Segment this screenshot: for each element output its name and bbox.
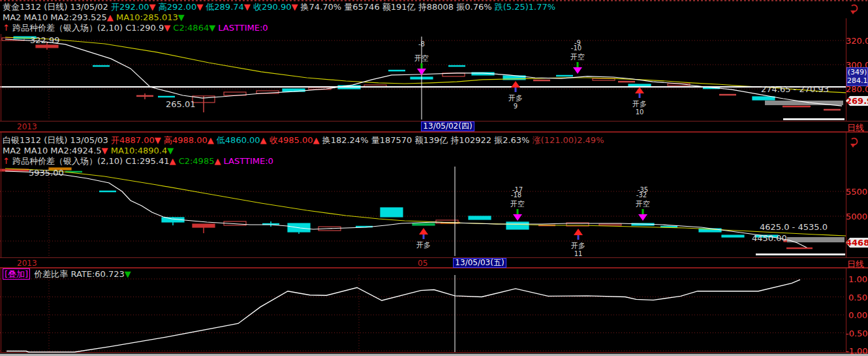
ratio-chart-canvas[interactable] xyxy=(0,268,846,353)
header-segment: 量187570 xyxy=(371,135,415,145)
buy-marker xyxy=(419,228,428,235)
silver-header-row-ma: MA2 MA10 MA2:4924.5▼ MA10:4890.4▼ xyxy=(3,146,174,156)
buy-marker xyxy=(635,87,644,93)
gold-crosshair-value-box: (349) 284.1 xyxy=(846,67,868,86)
ratio-ytick-m05: -0.50 xyxy=(846,329,867,338)
sell-marker xyxy=(513,214,522,221)
gold-date-axis[interactable]: 2013 13/05/02(四) 日线 xyxy=(0,121,868,133)
open-short-label: 开空 xyxy=(636,200,650,208)
header-segment: MA10:285.013 xyxy=(116,12,178,22)
sell-marker xyxy=(638,214,647,221)
silver-period-label[interactable]: 日线 xyxy=(847,259,864,270)
buy-marker-stem xyxy=(515,88,517,92)
signal-number: 9 xyxy=(514,103,518,110)
candle-body xyxy=(412,223,435,225)
buy-marker-stem xyxy=(639,93,641,98)
candle-body xyxy=(506,222,529,229)
left-axis-border xyxy=(1,34,1,352)
buy-marker xyxy=(511,81,520,88)
header-segment: ▼ xyxy=(155,135,164,145)
price-annotation: 4625.0 - 4535.0 xyxy=(760,222,828,232)
open-short-label: 开空 xyxy=(510,200,525,208)
signal-number: -10 xyxy=(571,44,581,52)
header-segment: 换74.70% xyxy=(301,2,345,12)
gold-crosshair-price: 284.1 xyxy=(847,76,867,85)
silver-last-price-tag: 4468 xyxy=(846,238,868,248)
header-segment: MA2:293.525 xyxy=(50,12,107,22)
ma2-line xyxy=(5,171,808,248)
header-segment: MA2 MA10 xyxy=(3,146,50,155)
gold-year-label: 2013 xyxy=(17,122,37,131)
header-segment: 额139亿 xyxy=(414,135,450,145)
silver-month-label: 05 xyxy=(418,259,427,268)
gold-crosshair-date: 13/05/02(四) xyxy=(421,121,474,131)
header-segment: ▲ xyxy=(208,135,217,145)
header-segment: 开292.00 xyxy=(111,2,149,12)
ratio-header-row: [叠加] 价差比率 RATE:60.723▼ xyxy=(3,269,131,280)
price-annotation: 4450.00 xyxy=(752,233,787,243)
silver-ytick-5000: 5000 xyxy=(846,212,867,221)
header-segment: ▲ xyxy=(169,156,178,166)
range-highlight-bar xyxy=(787,237,845,242)
header-segment: ▼ xyxy=(164,23,173,33)
header-segment: ▼ xyxy=(244,2,253,12)
header-segment: 持102922 xyxy=(450,135,494,145)
price-annotation: 274.65 - 270.93 xyxy=(761,84,829,94)
gold-header-row-quote: 黄金1312 (日线) 13/05/02 开292.00▼ 高292.00▼ 低… xyxy=(3,2,555,12)
sell-marker-stem xyxy=(577,62,579,67)
ratio-ytick-05: 0.50 xyxy=(846,293,867,302)
header-segment: RATE:60.723 xyxy=(70,269,124,279)
header-segment: 开4887.00 xyxy=(111,135,155,145)
candle-body xyxy=(752,97,775,100)
sell-marker-stem xyxy=(642,209,644,214)
gold-ytick-320: 320.0 xyxy=(846,36,867,46)
bottom-scrollbar[interactable] xyxy=(0,353,868,356)
header-segment: 跨品种价差（银入场）(2,10) xyxy=(12,23,125,33)
candle-body xyxy=(599,224,621,225)
header-segment: 黄金1312 (日线) xyxy=(3,2,70,12)
header-segment: LASTTIME:0 xyxy=(218,23,268,33)
header-segment: 额191亿 xyxy=(382,2,418,12)
header-segment: 涨(121.00)2.49% xyxy=(533,135,604,145)
header-segment: 白银1312 (日线) xyxy=(3,135,70,145)
open-long-label: 开多 xyxy=(632,100,647,108)
open-short-label: 开空 xyxy=(570,53,585,61)
header-segment: ▼ xyxy=(125,269,131,279)
header-segment: ▲ xyxy=(214,156,223,166)
header-segment: MA2:4924.5 xyxy=(50,146,101,155)
ratio-ytick-1: 1.00 xyxy=(846,274,867,284)
ratio-ytick-m1: -1.00 xyxy=(846,346,867,356)
header-segment: C2:4864 xyxy=(173,23,209,33)
header-segment: MA2 MA10 xyxy=(3,12,50,22)
white-segment xyxy=(783,118,845,120)
red-segment xyxy=(786,248,813,249)
gold-bar-count: (349) xyxy=(847,68,867,76)
header-segment: C1:290.9 xyxy=(125,23,164,33)
header-segment: 跨品种价差（银入场）(2,10) xyxy=(12,156,125,166)
header-segment: 振0.76% xyxy=(456,2,494,12)
silver-ytick-5500: 5500 xyxy=(846,187,867,197)
open-short-label: 开空 xyxy=(414,54,429,63)
candle-body xyxy=(36,45,58,48)
gold-scroll-arrow-icon[interactable] xyxy=(850,4,860,16)
ma2-line xyxy=(5,39,842,106)
header-segment: 低289.74 xyxy=(206,2,244,12)
gold-last-price-tag: 269.9 xyxy=(846,96,868,106)
silver-date-axis[interactable]: 2013 05 13/05/03(五) 日线 xyxy=(0,257,868,268)
header-segment: 价差比率 xyxy=(31,269,70,279)
header-segment: ▼ xyxy=(149,2,159,12)
candle-body xyxy=(469,216,491,219)
candle-body xyxy=(193,224,215,227)
gold-period-label[interactable]: 日线 xyxy=(847,122,864,134)
silver-header-row-quote: 白银1312 (日线) 13/05/03 开4887.00▼ 高4988.00▲… xyxy=(3,135,604,146)
silver-scroll-arrow-icon[interactable] xyxy=(850,137,860,149)
header-segment: ▼ xyxy=(209,23,218,33)
header-segment: 低4860.00 xyxy=(217,135,260,145)
signal-number: -18 xyxy=(511,191,521,199)
gold-header-row-indicator: ↑ 跨品种价差（银入场）(2,10) C1:290.9▼ C2:4864▼ LA… xyxy=(3,23,268,33)
open-long-label: 开多 xyxy=(416,241,431,250)
header-segment: ▼ xyxy=(196,2,206,12)
white-segment xyxy=(756,253,845,255)
candle-body xyxy=(628,84,651,86)
header-segment: ▼ xyxy=(102,146,111,155)
